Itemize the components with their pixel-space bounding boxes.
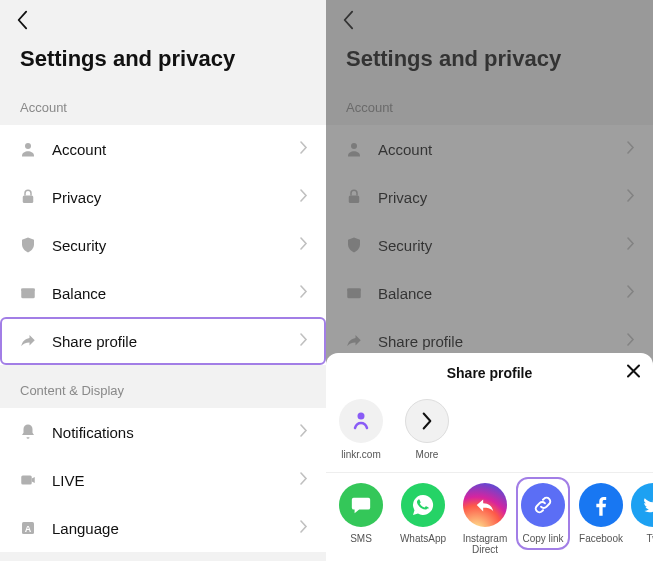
back-button[interactable]: [8, 6, 36, 34]
row-label: Share profile: [378, 333, 627, 350]
share-option-label: Facebook: [579, 533, 623, 544]
share-option-more[interactable]: More: [402, 399, 452, 460]
row-privacy[interactable]: Privacy: [0, 173, 326, 221]
row-account[interactable]: Account: [326, 125, 653, 173]
share-option-label: WhatsApp: [400, 533, 446, 544]
chevron-right-icon: [300, 332, 308, 350]
lock-icon: [18, 187, 38, 207]
twitter-icon: [631, 483, 653, 527]
share-sheet: Share profile linkr.com More: [326, 353, 653, 561]
row-label: Privacy: [52, 189, 300, 206]
row-notifications[interactable]: Notifications: [0, 408, 326, 456]
shield-icon: [18, 235, 38, 255]
share-option-instagram[interactable]: Instagram Direct: [460, 483, 510, 555]
chevron-left-icon: [15, 10, 29, 30]
row-language[interactable]: A Language: [0, 504, 326, 552]
svg-rect-3: [21, 289, 35, 291]
row-privacy[interactable]: Privacy: [326, 173, 653, 221]
share-option-sms[interactable]: SMS: [336, 483, 386, 544]
share-option-label: linkr.com: [341, 449, 380, 460]
person-icon: [18, 139, 38, 159]
topbar: [326, 0, 653, 40]
shield-icon: [344, 235, 364, 255]
chevron-right-icon: [300, 519, 308, 537]
row-label: Language: [52, 520, 300, 537]
share-sheet-title: Share profile: [447, 365, 533, 381]
chevron-right-icon: [300, 188, 308, 206]
row-label: LIVE: [52, 472, 300, 489]
back-button[interactable]: [334, 6, 362, 34]
account-group: Account Privacy Security Balance Share p…: [326, 125, 653, 365]
row-account[interactable]: Account: [0, 125, 326, 173]
live-icon: [18, 470, 38, 490]
row-label: Account: [52, 141, 300, 158]
chevron-right-icon: [300, 471, 308, 489]
account-group: Account Privacy Security Balance Share p…: [0, 125, 326, 365]
bell-icon: [18, 422, 38, 442]
share-option-label: Copy link: [522, 533, 563, 544]
svg-rect-1: [23, 196, 34, 204]
share-icon: [18, 331, 38, 351]
row-share-profile[interactable]: Share profile: [0, 317, 326, 365]
topbar: [0, 0, 326, 40]
row-label: Balance: [378, 285, 627, 302]
page-title: Settings and privacy: [0, 40, 326, 92]
share-option-label: Tw: [647, 533, 653, 544]
share-sheet-header: Share profile: [326, 353, 653, 393]
share-row-2: SMS WhatsApp Instagram Direct Copy link: [326, 473, 653, 555]
svg-point-0: [25, 143, 31, 149]
share-row-1: linkr.com More: [326, 393, 653, 472]
row-label: Security: [378, 237, 627, 254]
lock-icon: [344, 187, 364, 207]
section-header-account: Account: [0, 92, 326, 125]
row-label: Security: [52, 237, 300, 254]
share-option-label: More: [416, 449, 439, 460]
whatsapp-icon: [401, 483, 445, 527]
copy-link-icon: [521, 483, 565, 527]
person-icon: [344, 139, 364, 159]
row-balance[interactable]: Balance: [326, 269, 653, 317]
chevron-right-icon: [300, 236, 308, 254]
row-label: Privacy: [378, 189, 627, 206]
svg-point-7: [351, 143, 357, 149]
chevron-left-icon: [341, 10, 355, 30]
svg-rect-8: [349, 196, 360, 204]
chevron-right-icon: [627, 284, 635, 302]
share-option-label: SMS: [350, 533, 372, 544]
svg-rect-4: [21, 476, 32, 485]
chevron-right-icon: [627, 236, 635, 254]
linkr-icon: [339, 399, 383, 443]
row-label: Balance: [52, 285, 300, 302]
settings-screen-right: Settings and privacy Account Account Pri…: [326, 0, 653, 561]
language-icon: A: [18, 518, 38, 538]
share-option-copylink[interactable]: Copy link: [518, 479, 568, 548]
chevron-right-icon: [627, 188, 635, 206]
close-button[interactable]: [626, 364, 641, 383]
close-icon: [626, 364, 641, 379]
svg-text:A: A: [25, 524, 32, 534]
chevron-right-icon: [627, 332, 635, 350]
more-icon: [405, 399, 449, 443]
row-label: Account: [378, 141, 627, 158]
content-group: Notifications LIVE A Language: [0, 408, 326, 552]
row-security[interactable]: Security: [326, 221, 653, 269]
chevron-right-icon: [300, 284, 308, 302]
share-option-facebook[interactable]: Facebook: [576, 483, 626, 544]
svg-point-11: [358, 413, 365, 420]
wallet-icon: [344, 283, 364, 303]
settings-screen-left: Settings and privacy Account Account Pri…: [0, 0, 326, 561]
row-security[interactable]: Security: [0, 221, 326, 269]
share-option-linkr[interactable]: linkr.com: [336, 399, 386, 460]
share-option-label: Instagram Direct: [460, 533, 510, 555]
page-title: Settings and privacy: [326, 40, 653, 92]
chevron-right-icon: [300, 140, 308, 158]
section-header-content: Content & Display: [0, 365, 326, 408]
section-header-account: Account: [326, 92, 653, 125]
share-option-whatsapp[interactable]: WhatsApp: [398, 483, 448, 544]
instagram-icon: [463, 483, 507, 527]
chevron-right-icon: [300, 423, 308, 441]
share-option-twitter[interactable]: Tw: [638, 483, 653, 544]
wallet-icon: [18, 283, 38, 303]
row-live[interactable]: LIVE: [0, 456, 326, 504]
row-balance[interactable]: Balance: [0, 269, 326, 317]
